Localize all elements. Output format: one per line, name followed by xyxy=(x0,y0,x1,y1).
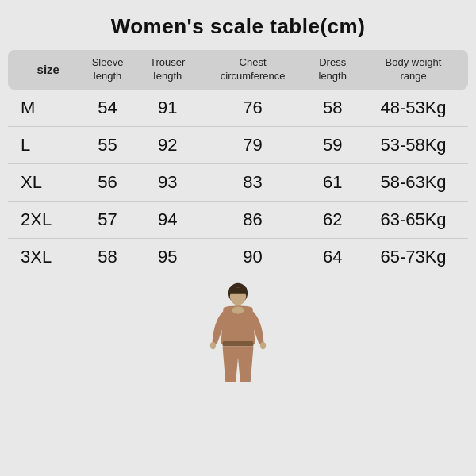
cell-value: 83 xyxy=(199,163,307,201)
cell-value: 92 xyxy=(136,126,199,163)
cell-value: 86 xyxy=(199,201,307,238)
header-size: size xyxy=(8,50,79,90)
cell-value: 95 xyxy=(136,238,199,275)
cell-value: 64 xyxy=(306,238,359,275)
table-row: XL5693836158-63Kg xyxy=(8,163,468,201)
scale-table-wrapper: size Sleevelength Trouserlength Chestcir… xyxy=(8,50,468,275)
table-row: 3XL5895906465-73Kg xyxy=(8,238,468,275)
cell-value: 94 xyxy=(136,201,199,238)
cell-value: 59 xyxy=(306,126,359,163)
cell-value: 63-65Kg xyxy=(359,201,468,238)
svg-rect-2 xyxy=(229,287,247,293)
cell-value: 61 xyxy=(306,163,359,201)
svg-point-4 xyxy=(232,306,244,313)
cell-value: 58 xyxy=(79,238,136,275)
scale-table: size Sleevelength Trouserlength Chestcir… xyxy=(8,50,468,275)
cell-size: M xyxy=(8,90,79,127)
header-sleeve: Sleevelength xyxy=(79,50,136,90)
page-title: Women's scale table(cm) xyxy=(111,14,366,39)
cell-value: 53-58Kg xyxy=(359,126,468,163)
cell-value: 62 xyxy=(306,201,359,238)
header-trouser: Trouserlength xyxy=(136,50,199,90)
cell-value: 76 xyxy=(199,90,307,127)
cell-value: 54 xyxy=(79,90,136,127)
cell-value: 58-63Kg xyxy=(359,163,468,201)
svg-rect-7 xyxy=(223,341,254,347)
cell-value: 65-73Kg xyxy=(359,238,468,275)
cell-value: 90 xyxy=(199,238,307,275)
svg-point-6 xyxy=(260,342,266,349)
cell-value: 93 xyxy=(136,163,199,201)
person-figure xyxy=(194,280,282,383)
cell-size: 3XL xyxy=(8,238,79,275)
cell-size: L xyxy=(8,126,79,163)
header-dress: Dresslength xyxy=(306,50,359,90)
cell-value: 48-53Kg xyxy=(359,90,468,127)
cell-value: 56 xyxy=(79,163,136,201)
table-header-row: size Sleevelength Trouserlength Chestcir… xyxy=(8,50,468,90)
header-chest: Chestcircumference xyxy=(199,50,307,90)
svg-point-5 xyxy=(210,342,216,349)
cell-value: 58 xyxy=(306,90,359,127)
cell-value: 91 xyxy=(136,90,199,127)
cell-value: 57 xyxy=(79,201,136,238)
table-row: L5592795953-58Kg xyxy=(8,126,468,163)
table-row: M5491765848-53Kg xyxy=(8,90,468,127)
table-row: 2XL5794866263-65Kg xyxy=(8,201,468,238)
cell-value: 55 xyxy=(79,126,136,163)
cell-value: 79 xyxy=(199,126,307,163)
cell-size: XL xyxy=(8,163,79,201)
cell-size: 2XL xyxy=(8,201,79,238)
main-container: Women's scale table(cm) size Sleevelengt… xyxy=(0,0,476,476)
figure-area xyxy=(8,280,468,383)
header-weight: Body weightrange xyxy=(359,50,468,90)
